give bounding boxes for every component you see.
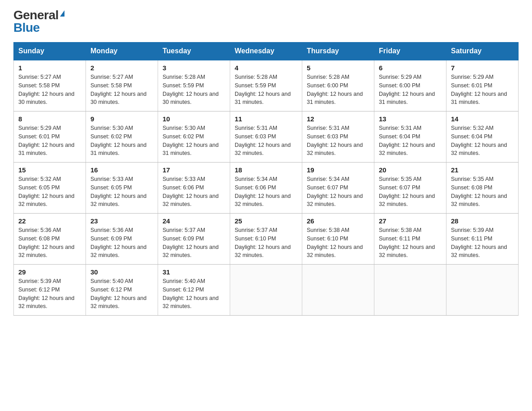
- day-number: 9: [90, 115, 153, 123]
- calendar-week-row: 22 Sunrise: 5:36 AMSunset: 6:08 PMDaylig…: [14, 214, 519, 265]
- weekday-header-saturday: Saturday: [446, 43, 519, 60]
- calendar-cell: 28 Sunrise: 5:39 AMSunset: 6:11 PMDaylig…: [446, 214, 519, 265]
- day-info: Sunrise: 5:27 AMSunset: 5:58 PMDaylight:…: [18, 74, 74, 105]
- day-info: Sunrise: 5:28 AMSunset: 5:59 PMDaylight:…: [163, 74, 219, 105]
- logo-triangle-icon: [60, 10, 64, 17]
- calendar-cell: 12 Sunrise: 5:31 AMSunset: 6:03 PMDaylig…: [302, 111, 374, 163]
- calendar-cell: 8 Sunrise: 5:29 AMSunset: 6:01 PMDayligh…: [14, 111, 86, 163]
- day-info: Sunrise: 5:27 AMSunset: 5:58 PMDaylight:…: [90, 74, 146, 105]
- calendar-cell: 25 Sunrise: 5:37 AMSunset: 6:10 PMDaylig…: [230, 214, 302, 265]
- day-number: 15: [18, 166, 81, 174]
- calendar-cell: 26 Sunrise: 5:38 AMSunset: 6:10 PMDaylig…: [302, 214, 374, 265]
- calendar-cell: 29 Sunrise: 5:39 AMSunset: 6:12 PMDaylig…: [14, 265, 86, 316]
- day-number: 12: [307, 115, 369, 123]
- day-info: Sunrise: 5:31 AMSunset: 6:04 PMDaylight:…: [379, 125, 435, 156]
- day-number: 10: [163, 115, 225, 123]
- day-info: Sunrise: 5:33 AMSunset: 6:05 PMDaylight:…: [90, 176, 146, 207]
- logo: General Blue: [13, 9, 64, 34]
- weekday-header-friday: Friday: [374, 43, 446, 60]
- day-number: 2: [90, 64, 153, 72]
- weekday-header-wednesday: Wednesday: [230, 43, 302, 60]
- weekday-header-thursday: Thursday: [302, 43, 374, 60]
- day-number: 16: [90, 166, 153, 174]
- day-number: 17: [163, 166, 225, 174]
- day-info: Sunrise: 5:31 AMSunset: 6:03 PMDaylight:…: [235, 125, 291, 156]
- day-number: 1: [18, 64, 81, 72]
- day-number: 23: [90, 217, 153, 225]
- day-info: Sunrise: 5:33 AMSunset: 6:06 PMDaylight:…: [163, 176, 219, 207]
- calendar-cell: 31 Sunrise: 5:40 AMSunset: 6:12 PMDaylig…: [158, 265, 230, 316]
- calendar-cell: 14 Sunrise: 5:32 AMSunset: 6:04 PMDaylig…: [446, 111, 519, 163]
- calendar-week-row: 8 Sunrise: 5:29 AMSunset: 6:01 PMDayligh…: [14, 111, 519, 163]
- day-number: 13: [379, 115, 442, 123]
- day-number: 7: [451, 64, 514, 72]
- calendar-cell: 22 Sunrise: 5:36 AMSunset: 6:08 PMDaylig…: [14, 214, 86, 265]
- day-number: 25: [235, 217, 297, 225]
- day-info: Sunrise: 5:37 AMSunset: 6:10 PMDaylight:…: [235, 227, 291, 258]
- day-info: Sunrise: 5:32 AMSunset: 6:05 PMDaylight:…: [18, 176, 74, 207]
- calendar-week-row: 1 Sunrise: 5:27 AMSunset: 5:58 PMDayligh…: [14, 60, 519, 111]
- day-number: 26: [307, 217, 369, 225]
- day-number: 3: [163, 64, 225, 72]
- calendar-cell: 20 Sunrise: 5:35 AMSunset: 6:07 PMDaylig…: [374, 163, 446, 214]
- day-info: Sunrise: 5:34 AMSunset: 6:06 PMDaylight:…: [235, 176, 291, 207]
- day-number: 20: [379, 166, 442, 174]
- calendar-cell: 4 Sunrise: 5:28 AMSunset: 5:59 PMDayligh…: [230, 60, 302, 111]
- day-info: Sunrise: 5:39 AMSunset: 6:12 PMDaylight:…: [18, 278, 74, 309]
- calendar-cell: 15 Sunrise: 5:32 AMSunset: 6:05 PMDaylig…: [14, 163, 86, 214]
- day-info: Sunrise: 5:29 AMSunset: 6:01 PMDaylight:…: [18, 125, 74, 156]
- day-number: 6: [379, 64, 442, 72]
- weekday-header-row: SundayMondayTuesdayWednesdayThursdayFrid…: [14, 43, 519, 60]
- day-number: 19: [307, 166, 369, 174]
- day-number: 4: [235, 64, 297, 72]
- day-info: Sunrise: 5:36 AMSunset: 6:08 PMDaylight:…: [18, 227, 74, 258]
- day-number: 30: [90, 268, 153, 276]
- calendar-cell: 18 Sunrise: 5:34 AMSunset: 6:06 PMDaylig…: [230, 163, 302, 214]
- day-info: Sunrise: 5:40 AMSunset: 6:12 PMDaylight:…: [163, 278, 219, 309]
- day-number: 21: [451, 166, 514, 174]
- day-info: Sunrise: 5:38 AMSunset: 6:11 PMDaylight:…: [379, 227, 435, 258]
- day-number: 5: [307, 64, 369, 72]
- day-info: Sunrise: 5:29 AMSunset: 6:01 PMDaylight:…: [451, 74, 507, 105]
- calendar-cell: 17 Sunrise: 5:33 AMSunset: 6:06 PMDaylig…: [158, 163, 230, 214]
- day-info: Sunrise: 5:38 AMSunset: 6:10 PMDaylight:…: [307, 227, 363, 258]
- day-number: 28: [451, 217, 514, 225]
- day-number: 24: [163, 217, 225, 225]
- calendar-cell: 2 Sunrise: 5:27 AMSunset: 5:58 PMDayligh…: [86, 60, 158, 111]
- day-info: Sunrise: 5:29 AMSunset: 6:00 PMDaylight:…: [379, 74, 435, 105]
- calendar-cell: 16 Sunrise: 5:33 AMSunset: 6:05 PMDaylig…: [86, 163, 158, 214]
- weekday-header-monday: Monday: [86, 43, 158, 60]
- calendar-cell: 30 Sunrise: 5:40 AMSunset: 6:12 PMDaylig…: [86, 265, 158, 316]
- day-number: 18: [235, 166, 297, 174]
- day-info: Sunrise: 5:35 AMSunset: 6:08 PMDaylight:…: [451, 176, 507, 207]
- calendar-week-row: 15 Sunrise: 5:32 AMSunset: 6:05 PMDaylig…: [14, 163, 519, 214]
- calendar-cell: [302, 265, 374, 316]
- day-number: 11: [235, 115, 297, 123]
- day-number: 27: [379, 217, 442, 225]
- calendar-cell: 11 Sunrise: 5:31 AMSunset: 6:03 PMDaylig…: [230, 111, 302, 163]
- calendar-cell: [230, 265, 302, 316]
- day-info: Sunrise: 5:35 AMSunset: 6:07 PMDaylight:…: [379, 176, 435, 207]
- day-info: Sunrise: 5:34 AMSunset: 6:07 PMDaylight:…: [307, 176, 363, 207]
- calendar-cell: 1 Sunrise: 5:27 AMSunset: 5:58 PMDayligh…: [14, 60, 86, 111]
- day-info: Sunrise: 5:32 AMSunset: 6:04 PMDaylight:…: [451, 125, 507, 156]
- calendar-week-row: 29 Sunrise: 5:39 AMSunset: 6:12 PMDaylig…: [14, 265, 519, 316]
- day-info: Sunrise: 5:37 AMSunset: 6:09 PMDaylight:…: [163, 227, 219, 258]
- logo-general-text: General: [13, 9, 59, 21]
- day-number: 14: [451, 115, 514, 123]
- calendar-cell: 5 Sunrise: 5:28 AMSunset: 6:00 PMDayligh…: [302, 60, 374, 111]
- weekday-header-sunday: Sunday: [14, 43, 86, 60]
- calendar-cell: 24 Sunrise: 5:37 AMSunset: 6:09 PMDaylig…: [158, 214, 230, 265]
- day-number: 8: [18, 115, 81, 123]
- day-info: Sunrise: 5:40 AMSunset: 6:12 PMDaylight:…: [90, 278, 146, 309]
- calendar-cell: 3 Sunrise: 5:28 AMSunset: 5:59 PMDayligh…: [158, 60, 230, 111]
- day-info: Sunrise: 5:28 AMSunset: 6:00 PMDaylight:…: [307, 74, 363, 105]
- calendar-cell: [446, 265, 519, 316]
- calendar-cell: 10 Sunrise: 5:30 AMSunset: 6:02 PMDaylig…: [158, 111, 230, 163]
- calendar-cell: 19 Sunrise: 5:34 AMSunset: 6:07 PMDaylig…: [302, 163, 374, 214]
- day-info: Sunrise: 5:36 AMSunset: 6:09 PMDaylight:…: [90, 227, 146, 258]
- day-info: Sunrise: 5:30 AMSunset: 6:02 PMDaylight:…: [90, 125, 146, 156]
- logo-blue-text: Blue: [13, 21, 40, 34]
- calendar-table: SundayMondayTuesdayWednesdayThursdayFrid…: [13, 42, 519, 316]
- weekday-header-tuesday: Tuesday: [158, 43, 230, 60]
